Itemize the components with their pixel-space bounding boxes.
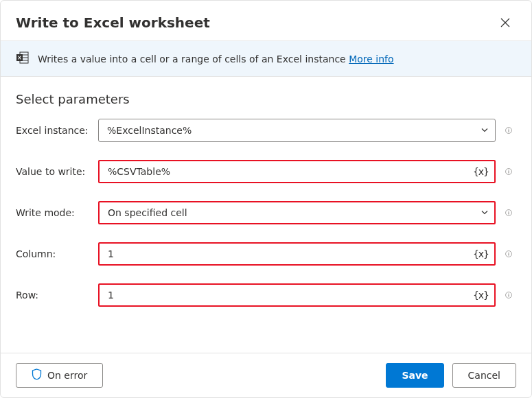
info-button-write-mode[interactable] [501, 205, 516, 220]
svg-rect-7 [509, 130, 509, 132]
info-icon [505, 289, 512, 301]
svg-rect-13 [509, 212, 509, 214]
control-write-mode [98, 201, 496, 224]
dialog-footer: On error Save Cancel [1, 353, 531, 397]
svg-point-18 [509, 293, 509, 294]
input-row[interactable] [98, 283, 496, 307]
info-banner-description: Writes a value into a cell or a range of… [38, 54, 346, 65]
excel-icon [16, 51, 30, 67]
on-error-button[interactable]: On error [16, 363, 103, 388]
input-value-to-write[interactable] [98, 160, 496, 183]
label-column: Column: [16, 248, 93, 259]
input-column[interactable] [98, 242, 496, 266]
field-excel-instance: Excel instance: [16, 119, 516, 142]
svg-point-12 [509, 211, 509, 211]
control-value-to-write: {x} [98, 160, 496, 183]
save-button[interactable]: Save [386, 363, 443, 388]
label-row: Row: [16, 290, 93, 301]
svg-rect-19 [509, 294, 509, 296]
more-info-link[interactable]: More info [349, 54, 393, 65]
on-error-label: On error [47, 370, 87, 381]
control-column: {x} [98, 242, 496, 266]
control-row: {x} [98, 283, 496, 307]
info-banner-text: Writes a value into a cell or a range of… [38, 54, 394, 65]
info-button-column[interactable] [501, 246, 516, 261]
svg-point-6 [509, 128, 509, 129]
field-write-mode: Write mode: [16, 201, 516, 224]
info-icon [505, 248, 512, 260]
info-button-row[interactable] [501, 288, 516, 303]
select-write-mode[interactable] [98, 201, 496, 224]
select-excel-instance[interactable] [98, 119, 496, 142]
info-icon [505, 207, 512, 219]
save-label: Save [402, 370, 428, 381]
info-icon [505, 165, 512, 178]
svg-point-15 [509, 252, 509, 253]
control-excel-instance [98, 119, 496, 142]
svg-rect-10 [509, 171, 509, 173]
info-icon [505, 124, 512, 137]
cancel-button[interactable]: Cancel [452, 363, 516, 388]
dialog-body: Select parameters Excel instance: Value … [1, 77, 531, 353]
close-button[interactable] [494, 12, 516, 34]
field-row: Row: {x} [16, 283, 516, 307]
svg-point-9 [509, 169, 509, 170]
svg-rect-16 [509, 253, 509, 255]
dialog-header: Write to Excel worksheet [1, 1, 531, 40]
info-button-excel-instance[interactable] [501, 123, 516, 138]
shield-icon [32, 368, 42, 382]
label-write-mode: Write mode: [16, 207, 93, 218]
close-icon [500, 18, 510, 27]
label-value-to-write: Value to write: [16, 166, 93, 177]
cancel-label: Cancel [468, 370, 500, 381]
field-column: Column: {x} [16, 242, 516, 266]
info-banner: Writes a value into a cell or a range of… [1, 40, 531, 77]
dialog-title: Write to Excel worksheet [16, 14, 210, 31]
field-value-to-write: Value to write: {x} [16, 160, 516, 183]
section-title: Select parameters [16, 92, 516, 106]
info-button-value-to-write[interactable] [501, 164, 516, 179]
label-excel-instance: Excel instance: [16, 125, 93, 136]
dialog-write-to-excel: Write to Excel worksheet Writes a value … [0, 0, 532, 398]
